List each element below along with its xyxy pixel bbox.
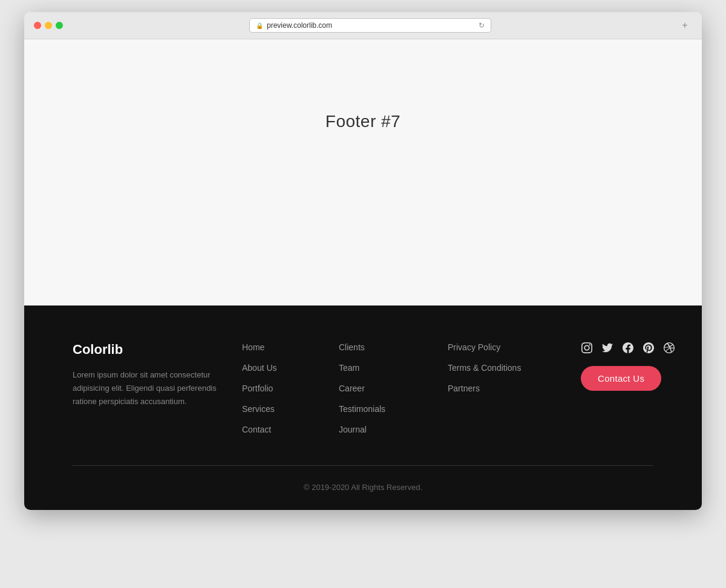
lock-icon: 🔒 xyxy=(256,22,263,29)
new-tab-button[interactable]: + xyxy=(678,18,692,33)
facebook-icon[interactable] xyxy=(622,342,634,354)
footer: Colorlib Lorem ipsum dolor sit amet cons… xyxy=(24,305,702,510)
nav-link-journal[interactable]: Journal xyxy=(339,425,367,434)
address-bar-wrapper: 🔒 preview.colorlib.com ↻ xyxy=(69,18,672,33)
nav-link-career[interactable]: Career xyxy=(339,384,365,393)
social-icons xyxy=(581,342,675,354)
footer-brand: Colorlib Lorem ipsum dolor sit amet cons… xyxy=(73,342,230,435)
address-text: preview.colorlib.com xyxy=(267,21,332,30)
footer-nav-col1: Home About Us Portfolio Services Contact xyxy=(242,342,327,435)
instagram-icon[interactable] xyxy=(581,342,593,354)
nav-link-partners[interactable]: Partners xyxy=(448,384,480,393)
page-title: Footer #7 xyxy=(325,112,401,131)
nav-link-testimonials[interactable]: Testimonials xyxy=(339,404,385,414)
nav-link-team[interactable]: Team xyxy=(339,363,359,373)
footer-social-contact: Contact Us xyxy=(581,342,678,435)
minimize-button[interactable] xyxy=(45,22,52,29)
footer-divider xyxy=(73,465,653,466)
nav-link-contact[interactable]: Contact xyxy=(242,425,271,434)
dribbble-icon[interactable] xyxy=(663,342,675,354)
nav-link-about[interactable]: About Us xyxy=(242,363,277,373)
footer-top: Colorlib Lorem ipsum dolor sit amet cons… xyxy=(73,342,653,435)
browser-window: 🔒 preview.colorlib.com ↻ + Footer #7 Col… xyxy=(24,12,702,510)
nav-link-terms[interactable]: Terms & Conditions xyxy=(448,363,521,373)
address-bar[interactable]: 🔒 preview.colorlib.com ↻ xyxy=(249,18,491,33)
nav-link-clients[interactable]: Clients xyxy=(339,342,365,352)
nav-link-services[interactable]: Services xyxy=(242,404,275,414)
refresh-icon[interactable]: ↻ xyxy=(479,21,485,30)
copyright-text: © 2019-2020 All Rights Reserved. xyxy=(73,483,653,492)
brand-name: Colorlib xyxy=(73,342,230,358)
page-content-area: Footer #7 xyxy=(24,39,702,305)
footer-bottom: © 2019-2020 All Rights Reserved. xyxy=(73,483,653,492)
traffic-lights xyxy=(34,22,63,29)
pinterest-icon[interactable] xyxy=(643,342,655,354)
nav-link-portfolio[interactable]: Portfolio xyxy=(242,384,273,393)
nav-link-privacy[interactable]: Privacy Policy xyxy=(448,342,500,352)
close-button[interactable] xyxy=(34,22,41,29)
nav-link-home[interactable]: Home xyxy=(242,342,264,352)
browser-chrome: 🔒 preview.colorlib.com ↻ + xyxy=(24,12,702,39)
twitter-icon[interactable] xyxy=(601,342,613,354)
footer-nav-col2: Clients Team Career Testimonials Journal xyxy=(339,342,436,435)
contact-us-button[interactable]: Contact Us xyxy=(581,366,661,391)
footer-nav-col3: Privacy Policy Terms & Conditions Partne… xyxy=(448,342,569,435)
maximize-button[interactable] xyxy=(56,22,63,29)
brand-description: Lorem ipsum dolor sit amet consectetur a… xyxy=(73,368,230,408)
